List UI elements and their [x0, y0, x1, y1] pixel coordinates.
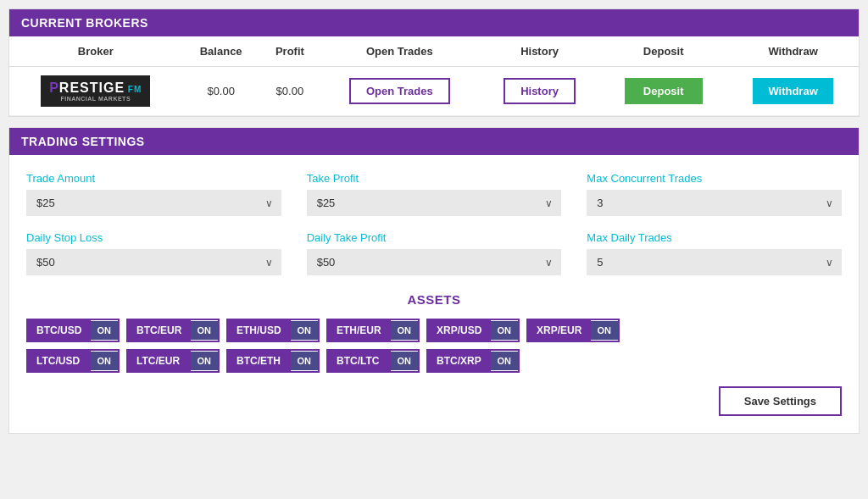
label-trade-amount: Trade Amount [26, 172, 281, 185]
settings-grid: Trade Amount $25$50$100$200 Take Profit … [26, 172, 842, 275]
asset-name-ltc-usd: LTC/USD [28, 351, 91, 371]
field-max-concurrent-trades: Max Concurrent Trades 12345 [587, 172, 842, 216]
asset-toggle-ltc-eur[interactable]: ON [191, 352, 219, 370]
select-wrapper-daily-stop-loss: $50$100$200$500 [26, 249, 281, 275]
label-max-concurrent-trades: Max Concurrent Trades [587, 172, 842, 185]
field-daily-take-profit: Daily Take Profit $50$100$200$500 [307, 231, 562, 275]
asset-toggle-ltc-usd[interactable]: ON [91, 352, 119, 370]
select-daily-stop-loss[interactable]: $50$100$200$500 [26, 249, 281, 275]
asset-btc-usd: BTC/USD ON [26, 319, 120, 342]
asset-name-btc-eur: BTC/EUR [128, 320, 191, 341]
asset-name-btc-ltc: BTC/LTC [328, 351, 391, 371]
assets-title: ASSETS [26, 292, 842, 307]
asset-btc-ltc: BTC/LTC ON [326, 349, 420, 373]
asset-name-xrp-usd: XRP/USD [428, 320, 491, 341]
select-wrapper-daily-take-profit: $50$100$200$500 [307, 249, 562, 275]
broker-profit: $0.00 [260, 67, 320, 116]
withdraw-button[interactable]: Withdraw [753, 78, 832, 104]
field-trade-amount: Trade Amount $25$50$100$200 [26, 172, 281, 216]
brokers-title: CURRENT BROKERS [21, 16, 148, 30]
select-wrapper-max-concurrent: 12345 [587, 190, 842, 216]
assets-grid-row2: LTC/USD ON LTC/EUR ON BTC/ETH ON BTC/LTC… [26, 349, 842, 373]
brokers-section: CURRENT BROKERS Broker Balance Profit Op… [8, 8, 860, 117]
trading-body: Trade Amount $25$50$100$200 Take Profit … [9, 155, 859, 433]
assets-grid: BTC/USD ON BTC/EUR ON ETH/USD ON ETH/EUR… [26, 319, 842, 342]
asset-toggle-eth-usd[interactable]: ON [291, 321, 319, 340]
select-trade-amount[interactable]: $25$50$100$200 [26, 190, 281, 216]
broker-logo-main: PRESTIGE FM [49, 80, 142, 96]
asset-toggle-btc-ltc[interactable]: ON [391, 352, 419, 370]
asset-name-eth-eur: ETH/EUR [328, 320, 391, 341]
broker-logo-sub: FINANCIAL MARKETS [49, 96, 142, 102]
select-max-concurrent-trades[interactable]: 12345 [587, 190, 842, 216]
asset-xrp-usd: XRP/USD ON [426, 319, 520, 342]
asset-btc-xrp: BTC/XRP ON [426, 349, 520, 373]
field-daily-stop-loss: Daily Stop Loss $50$100$200$500 [26, 231, 281, 275]
select-daily-take-profit[interactable]: $50$100$200$500 [307, 249, 562, 275]
brokers-section-header: CURRENT BROKERS [9, 9, 859, 36]
asset-toggle-eth-eur[interactable]: ON [391, 321, 419, 340]
asset-eth-eur: ETH/EUR ON [326, 319, 420, 342]
label-take-profit: Take Profit [307, 172, 562, 185]
asset-toggle-btc-eur[interactable]: ON [191, 321, 219, 340]
select-wrapper-take-profit: $25$50$100$200 [307, 190, 562, 216]
asset-toggle-btc-eth[interactable]: ON [291, 352, 319, 370]
asset-name-btc-xrp: BTC/XRP [428, 351, 491, 371]
asset-eth-usd: ETH/USD ON [226, 319, 320, 342]
col-open-trades: Open Trades [320, 36, 480, 67]
asset-btc-eur: BTC/EUR ON [126, 319, 220, 342]
label-daily-take-profit: Daily Take Profit [307, 231, 562, 244]
select-take-profit[interactable]: $25$50$100$200 [307, 190, 562, 216]
deposit-button[interactable]: Deposit [625, 78, 703, 104]
broker-balance: $0.00 [182, 67, 260, 116]
asset-toggle-btc-xrp[interactable]: ON [491, 352, 519, 370]
col-withdraw: Withdraw [727, 36, 859, 67]
label-max-daily-trades: Max Daily Trades [587, 231, 842, 244]
label-daily-stop-loss: Daily Stop Loss [26, 231, 281, 244]
select-wrapper-trade-amount: $25$50$100$200 [26, 190, 281, 216]
asset-ltc-usd: LTC/USD ON [26, 349, 120, 373]
col-history: History [480, 36, 599, 67]
save-settings-button[interactable]: Save Settings [719, 386, 842, 416]
trading-section: TRADING SETTINGS Trade Amount $25$50$100… [8, 127, 860, 434]
asset-name-btc-usd: BTC/USD [28, 320, 91, 341]
trading-title: TRADING SETTINGS [21, 135, 145, 148]
open-trades-button[interactable]: Open Trades [349, 78, 450, 104]
broker-logo: PRESTIGE FM FINANCIAL MARKETS [41, 75, 150, 107]
asset-toggle-btc-usd[interactable]: ON [91, 321, 119, 340]
field-max-daily-trades: Max Daily Trades 1351020 [587, 231, 842, 275]
broker-row: PRESTIGE FM FINANCIAL MARKETS $0.00 $0.0… [9, 67, 859, 116]
col-balance: Balance [182, 36, 260, 67]
asset-name-eth-usd: ETH/USD [228, 320, 291, 341]
history-button[interactable]: History [504, 78, 576, 104]
col-broker: Broker [9, 36, 182, 67]
asset-btc-eth: BTC/ETH ON [226, 349, 320, 373]
asset-xrp-eur: XRP/EUR ON [526, 319, 620, 342]
asset-name-xrp-eur: XRP/EUR [528, 320, 591, 341]
col-deposit: Deposit [599, 36, 727, 67]
asset-toggle-xrp-usd[interactable]: ON [491, 321, 519, 340]
brokers-table: Broker Balance Profit Open Trades Histor… [9, 36, 859, 116]
asset-toggle-xrp-eur[interactable]: ON [591, 321, 619, 340]
save-row: Save Settings [26, 386, 842, 416]
asset-name-btc-eth: BTC/ETH [228, 351, 291, 371]
asset-ltc-eur: LTC/EUR ON [126, 349, 220, 373]
field-take-profit: Take Profit $25$50$100$200 [307, 172, 562, 216]
trading-section-header: TRADING SETTINGS [9, 128, 859, 155]
select-wrapper-max-daily-trades: 1351020 [587, 249, 842, 275]
select-max-daily-trades[interactable]: 1351020 [587, 249, 842, 275]
asset-name-ltc-eur: LTC/EUR [128, 351, 191, 371]
col-profit: Profit [260, 36, 320, 67]
